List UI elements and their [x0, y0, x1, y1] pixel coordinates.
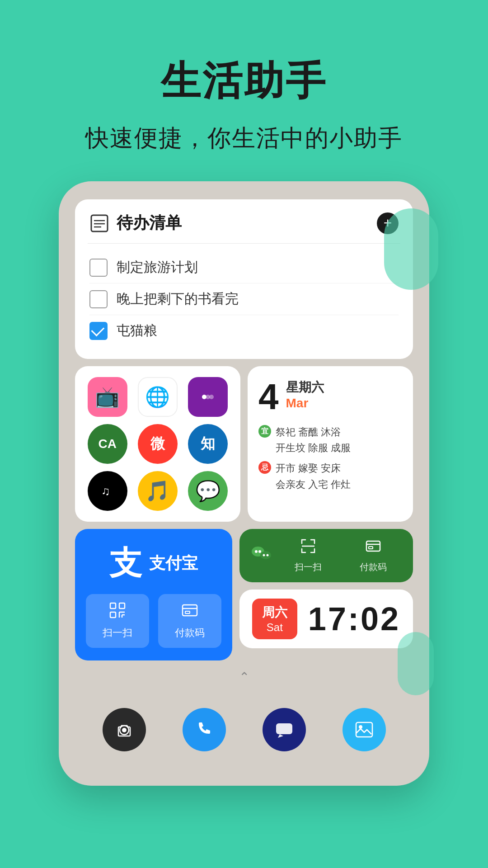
svg-text:♫: ♫	[101, 484, 110, 498]
svg-point-20	[255, 550, 258, 553]
calendar-day-info: 星期六 Mar	[286, 379, 324, 410]
scan-icon	[109, 602, 126, 623]
alipay-pay-button[interactable]: 付款码	[158, 594, 221, 648]
alipay-name: 支付宝	[149, 552, 198, 575]
todo-item-3[interactable]: 屯猫粮	[89, 315, 399, 346]
pay-icon	[182, 602, 198, 623]
clock-weekday: 周六	[262, 604, 287, 621]
wechat-logo	[250, 542, 272, 569]
svg-rect-10	[119, 603, 125, 609]
svg-marker-32	[278, 734, 283, 738]
app-row-1: 📺 🌐	[86, 377, 230, 417]
wechat-scan-button[interactable]: 扫一扫	[279, 538, 337, 573]
phone-screen: 待办清单 + 制定旅游计划 晚上把剩下的书看完 屯猫粮	[75, 199, 413, 759]
wechat-pay-label: 付款码	[360, 561, 387, 573]
todo-item-1[interactable]: 制定旅游计划	[89, 252, 399, 283]
wechat-scan-icon	[300, 538, 316, 558]
clock-card: 周六 Sat 17:02	[239, 590, 413, 648]
chevron-up-indicator[interactable]: ⌃	[75, 668, 413, 686]
alipay-actions: 扫一扫 付款码	[86, 594, 221, 648]
chrome-app-icon[interactable]: 🌐	[138, 377, 178, 417]
todo-item-2[interactable]: 晚上把剩下的书看完	[89, 283, 399, 315]
wechat-actions: 扫一扫 付款码	[279, 538, 402, 573]
app-grid-card: 📺 🌐 CA 微 知	[75, 366, 240, 522]
zhihu-app-icon[interactable]: 知	[188, 424, 228, 464]
todo-text-3: 屯猫粮	[117, 321, 157, 340]
clock-dayname: Sat	[267, 621, 283, 634]
svg-point-30	[122, 728, 127, 732]
cal-bad-row: 忌 开市 嫁娶 安床会亲友 入宅 作灶	[258, 460, 402, 492]
alipay-card: 支 支付宝	[75, 529, 232, 660]
svg-rect-28	[369, 547, 373, 549]
alipay-scan-button[interactable]: 扫一扫	[86, 594, 149, 648]
todo-text-2: 晚上把剩下的书看完	[117, 290, 239, 308]
svg-point-24	[266, 554, 268, 556]
wechat-dock-icon[interactable]: 💬	[188, 471, 228, 511]
todo-header-left: 待办清单	[89, 212, 182, 234]
deco-shape-br	[398, 632, 434, 695]
wechat-column: 扫一扫 付款码	[239, 529, 413, 660]
svg-rect-31	[276, 723, 292, 734]
wechat-pay-card: 扫一扫 付款码	[239, 529, 413, 582]
media-app-icon[interactable]: 📺	[88, 377, 127, 417]
app-row-3: ♫ 🎵 💬	[86, 471, 230, 511]
todo-card: 待办清单 + 制定旅游计划 晚上把剩下的书看完 屯猫粮	[75, 199, 413, 359]
wechat-scan-label: 扫一扫	[295, 561, 322, 573]
svg-rect-26	[366, 541, 380, 551]
ca-app-icon[interactable]: CA	[88, 424, 127, 464]
music-app-icon[interactable]: 🎵	[138, 471, 178, 511]
messages-dock-icon[interactable]	[263, 708, 306, 751]
alipay-pay-label: 付款码	[175, 626, 205, 640]
calendar-auspicious: 宜 祭祀 斋醮 沐浴开生坟 除服 成服 忌 开市 嫁娶 安床会亲友 入宅 作灶	[258, 424, 402, 492]
svg-point-22	[260, 551, 271, 559]
alipay-top: 支 支付宝	[109, 542, 198, 585]
todo-title: 待办清单	[117, 212, 182, 234]
deco-shape-tr	[384, 208, 438, 290]
todo-divider	[88, 243, 400, 244]
middle-row: 📺 🌐 CA 微 知	[75, 366, 413, 522]
svg-point-23	[263, 554, 265, 556]
wechat-pay-icon	[365, 538, 381, 558]
svg-rect-9	[110, 603, 116, 609]
cal-good-row: 宜 祭祀 斋醮 沐浴开生坟 除服 成服	[258, 424, 402, 456]
clock-badge: 周六 Sat	[252, 599, 297, 639]
svg-rect-18	[185, 611, 190, 613]
weibo-app-icon[interactable]: 微	[138, 424, 178, 464]
alipay-logo: 支	[109, 542, 142, 585]
svg-rect-33	[356, 722, 372, 737]
svg-point-21	[258, 550, 261, 553]
wechat-pay-button[interactable]: 付款码	[344, 538, 402, 573]
stats-app-icon[interactable]	[188, 377, 228, 417]
app-subtitle: 快速便捷，你生活中的小助手	[18, 123, 470, 154]
calendar-date-row: 4 星期六 Mar	[258, 379, 402, 415]
cal-bad-badge: 忌	[258, 461, 271, 474]
phone-dock-icon[interactable]	[183, 708, 226, 751]
header: 生活助手 快速便捷，你生活中的小助手	[0, 0, 488, 181]
checkbox-3[interactable]	[89, 322, 108, 340]
phone-mockup: 待办清单 + 制定旅游计划 晚上把剩下的书看完 屯猫粮	[59, 181, 429, 786]
calendar-month: Mar	[286, 396, 324, 410]
svg-point-7	[209, 395, 214, 399]
svg-rect-11	[110, 612, 116, 618]
cal-good-items: 祭祀 斋醮 沐浴开生坟 除服 成服	[276, 424, 351, 456]
camera-dock-icon[interactable]	[103, 708, 146, 751]
app-row-2: CA 微 知	[86, 424, 230, 464]
calendar-day: 4	[258, 379, 279, 415]
cal-good-badge: 宜	[258, 425, 271, 438]
calendar-card: 4 星期六 Mar 宜 祭祀 斋醮 沐浴开生坟 除服 成服 忌 开市 嫁娶 安床…	[248, 366, 413, 522]
tiktok-app-icon[interactable]: ♫	[88, 471, 127, 511]
gallery-dock-icon[interactable]	[343, 708, 386, 751]
todo-header: 待办清单 +	[89, 212, 399, 234]
cal-bad-items: 开市 嫁娶 安床会亲友 入宅 作灶	[276, 460, 351, 492]
bottom-dock	[75, 697, 413, 759]
checkbox-2[interactable]	[89, 290, 108, 308]
payment-row: 支 支付宝	[75, 529, 413, 660]
clock-time: 17:02	[308, 600, 400, 637]
checkbox-1[interactable]	[89, 259, 108, 277]
todo-text-1: 制定旅游计划	[117, 258, 198, 277]
app-title: 生活助手	[18, 54, 470, 108]
svg-rect-16	[183, 605, 197, 616]
alipay-scan-label: 扫一扫	[103, 626, 132, 640]
calendar-weekday: 星期六	[286, 379, 324, 396]
todo-list-icon	[89, 213, 109, 233]
